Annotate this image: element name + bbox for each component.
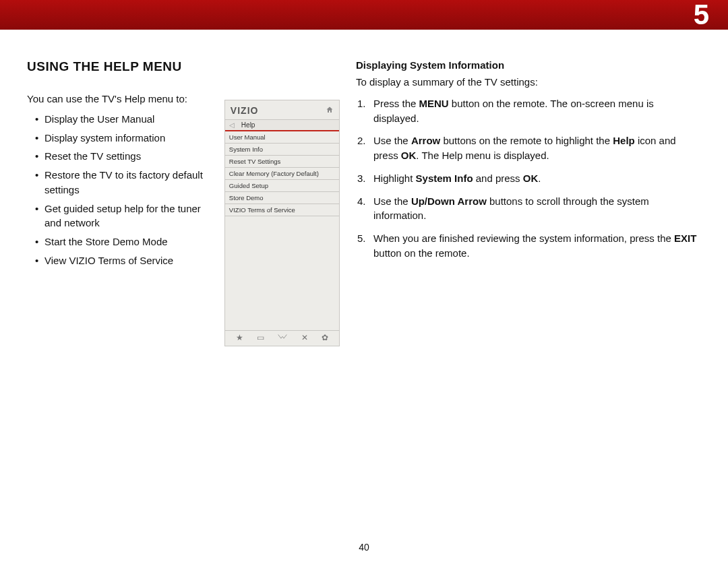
sub-heading: Displaying System Information xyxy=(356,59,701,71)
header-band: 5 xyxy=(0,0,728,30)
step-text: and press xyxy=(473,173,523,184)
step-text: . xyxy=(538,173,541,184)
chapter-number: 5 xyxy=(694,0,709,31)
step-item: Use the Arrow buttons on the remote to h… xyxy=(356,133,701,163)
tv-menu-screenshot: VIZIO ◁ Help User Manual System Info Res… xyxy=(224,100,340,346)
step-item: Use the Up/Down Arrow buttons to scroll … xyxy=(356,194,701,224)
gear-icon: ✿ xyxy=(322,334,328,342)
step-item: Press the MENU button on the remote. The… xyxy=(356,96,701,126)
step-text: buttons on the remote to highlight the xyxy=(440,135,613,146)
step-text: Highlight xyxy=(373,173,416,184)
list-item: Restore the TV to its factory default se… xyxy=(27,168,212,197)
list-item: Start the Store Demo Mode xyxy=(27,235,212,249)
step-item: When you are finished reviewing the syst… xyxy=(356,231,701,261)
close-icon: ✕ xyxy=(301,334,308,342)
intro-text: You can use the TV's Help menu to: xyxy=(27,92,212,106)
section-heading: USING THE HELP MENU xyxy=(27,59,212,74)
list-item: View VIZIO Terms of Service xyxy=(27,253,212,268)
menu-footer: ★ ▭ ✕ ✿ xyxy=(225,331,339,346)
brand-logo: VIZIO xyxy=(231,105,259,116)
menu-item: Store Demo xyxy=(225,192,339,204)
step-bold: System Info xyxy=(416,173,473,184)
page-number: 40 xyxy=(0,542,728,553)
step-bold: EXIT xyxy=(674,232,696,244)
menu-items: User Manual System Info Reset TV Setting… xyxy=(225,131,339,216)
step-text: Use the xyxy=(373,195,411,207)
list-item: Reset the TV settings xyxy=(27,149,212,164)
right-intro: To display a summary of the TV settings: xyxy=(356,75,701,90)
right-column: Displaying System Information To display… xyxy=(356,59,701,346)
list-item: Display the User Manual xyxy=(27,112,212,127)
menu-title-row: ◁ Help xyxy=(225,119,339,131)
menu-item: Clear Memory (Factory Default) xyxy=(225,168,339,180)
home-icon xyxy=(326,104,334,117)
menu-item: VIZIO Terms of Service xyxy=(225,204,339,216)
back-icon: ◁ xyxy=(229,121,235,129)
menu-item: User Manual xyxy=(225,131,339,144)
step-item: Highlight System Info and press OK. xyxy=(356,171,701,186)
step-text: . The Help menu is displayed. xyxy=(416,150,549,161)
intro-block: USING THE HELP MENU You can use the TV's… xyxy=(27,59,212,346)
list-item: Get guided setup help for the tuner and … xyxy=(27,201,212,231)
v-icon xyxy=(278,334,287,342)
left-column: USING THE HELP MENU You can use the TV's… xyxy=(27,59,340,346)
step-text: When you are finished reviewing the syst… xyxy=(373,232,674,244)
page-content: USING THE HELP MENU You can use the TV's… xyxy=(0,30,728,360)
step-text: button on the remote. xyxy=(373,247,470,259)
step-bold: MENU xyxy=(419,98,449,109)
star-icon: ★ xyxy=(236,334,243,342)
menu-item: Reset TV Settings xyxy=(225,156,339,168)
step-bold: Up/Down Arrow xyxy=(411,195,487,207)
feature-bullets: Display the User Manual Display system i… xyxy=(27,112,212,268)
menu-item: Guided Setup xyxy=(225,180,339,192)
step-bold: Arrow xyxy=(411,135,440,146)
menu-spacer xyxy=(225,216,339,331)
step-text: Use the xyxy=(373,135,411,146)
menu-title: Help xyxy=(241,121,255,129)
list-item: Display system information xyxy=(27,131,212,146)
menu-item: System Info xyxy=(225,144,339,156)
steps-list: Press the MENU button on the remote. The… xyxy=(356,96,701,261)
widescreen-icon: ▭ xyxy=(257,334,264,342)
step-bold: Help xyxy=(613,135,635,146)
step-bold: OK xyxy=(401,150,417,161)
menu-header: VIZIO xyxy=(225,100,339,119)
step-text: Press the xyxy=(373,98,419,109)
step-bold: OK xyxy=(523,173,539,184)
